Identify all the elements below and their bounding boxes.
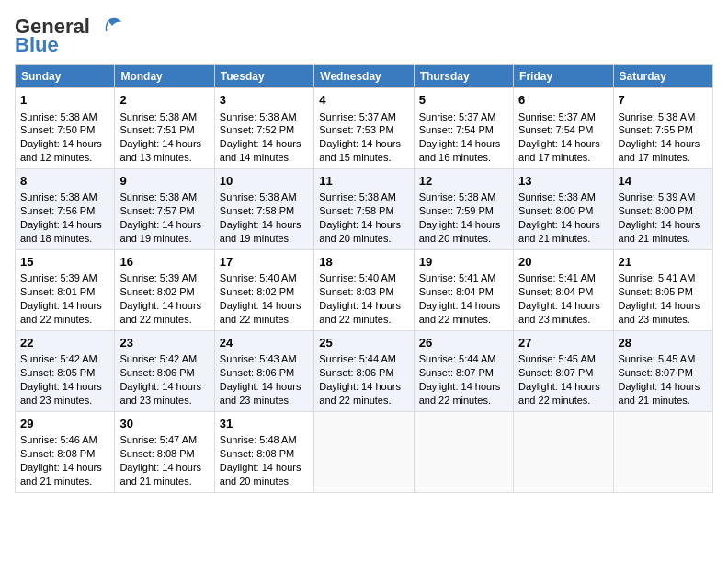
calendar-cell — [613, 411, 712, 492]
day-number: 21 — [619, 254, 708, 270]
sunset-text: Sunset: 7:50 PM — [20, 124, 95, 135]
logo: General Blue — [15, 15, 121, 57]
daylight-label: Daylight: 14 hours — [20, 138, 102, 149]
daylight-minutes: and 16 minutes. — [419, 152, 491, 163]
calendar-cell: 16 Sunrise: 5:39 AM Sunset: 8:02 PM Dayl… — [115, 249, 214, 330]
week-row-1: 1 Sunrise: 5:38 AM Sunset: 7:50 PM Dayli… — [16, 88, 713, 169]
sunrise-text: Sunrise: 5:48 AM — [220, 434, 297, 445]
daylight-label: Daylight: 14 hours — [419, 219, 501, 230]
daylight-minutes: and 20 minutes. — [220, 476, 291, 487]
day-number: 5 — [419, 92, 508, 109]
sunset-text: Sunset: 8:05 PM — [20, 367, 95, 378]
sunset-text: Sunset: 8:07 PM — [518, 367, 593, 378]
calendar-cell: 30 Sunrise: 5:47 AM Sunset: 8:08 PM Dayl… — [115, 411, 214, 492]
daylight-label: Daylight: 14 hours — [20, 381, 102, 392]
calendar-cell: 1 Sunrise: 5:38 AM Sunset: 7:50 PM Dayli… — [16, 88, 115, 169]
daylight-label: Daylight: 14 hours — [220, 219, 301, 230]
calendar-cell: 11 Sunrise: 5:38 AM Sunset: 7:58 PM Dayl… — [314, 168, 414, 249]
sunrise-text: Sunrise: 5:40 AM — [319, 272, 396, 283]
sunrise-text: Sunrise: 5:41 AM — [619, 272, 696, 283]
sunset-text: Sunset: 7:52 PM — [220, 124, 294, 135]
daylight-minutes: and 14 minutes. — [220, 152, 291, 163]
sunrise-text: Sunrise: 5:42 AM — [119, 353, 197, 364]
daylight-label: Daylight: 14 hours — [518, 219, 600, 230]
calendar-cell: 17 Sunrise: 5:40 AM Sunset: 8:02 PM Dayl… — [214, 249, 313, 330]
sunrise-text: Sunrise: 5:38 AM — [220, 191, 297, 202]
calendar-cell: 6 Sunrise: 5:37 AM Sunset: 7:54 PM Dayli… — [514, 88, 613, 169]
daylight-minutes: and 13 minutes. — [119, 152, 191, 163]
day-number: 16 — [119, 254, 209, 270]
sunrise-text: Sunrise: 5:37 AM — [518, 111, 596, 122]
calendar-cell: 14 Sunrise: 5:39 AM Sunset: 8:00 PM Dayl… — [613, 168, 712, 249]
daylight-minutes: and 23 minutes. — [518, 314, 590, 325]
day-number: 14 — [619, 173, 708, 190]
daylight-label: Daylight: 14 hours — [619, 219, 700, 230]
daylight-minutes: and 22 minutes. — [319, 395, 391, 406]
day-number: 20 — [518, 254, 608, 270]
weekday-header-wednesday: Wednesday — [314, 65, 414, 88]
daylight-minutes: and 17 minutes. — [619, 152, 690, 163]
sunrise-text: Sunrise: 5:39 AM — [20, 272, 97, 283]
day-number: 3 — [220, 92, 309, 109]
calendar-cell: 26 Sunrise: 5:44 AM Sunset: 8:07 PM Dayl… — [414, 330, 513, 411]
day-number: 28 — [619, 335, 708, 351]
sunset-text: Sunset: 8:03 PM — [319, 286, 393, 297]
sunset-text: Sunset: 8:01 PM — [20, 286, 95, 297]
sunrise-text: Sunrise: 5:41 AM — [518, 272, 596, 283]
sunset-text: Sunset: 7:58 PM — [220, 205, 294, 216]
sunrise-text: Sunrise: 5:37 AM — [419, 111, 496, 122]
sunrise-text: Sunrise: 5:39 AM — [619, 191, 696, 202]
sunset-text: Sunset: 7:53 PM — [319, 124, 393, 135]
day-number: 10 — [220, 173, 309, 190]
calendar-cell: 3 Sunrise: 5:38 AM Sunset: 7:52 PM Dayli… — [214, 88, 313, 169]
sunrise-text: Sunrise: 5:39 AM — [119, 272, 197, 283]
daylight-label: Daylight: 14 hours — [518, 300, 600, 311]
calendar-cell: 4 Sunrise: 5:37 AM Sunset: 7:53 PM Dayli… — [314, 88, 414, 169]
calendar-table: SundayMondayTuesdayWednesdayThursdayFrid… — [15, 64, 713, 493]
day-number: 8 — [20, 173, 109, 190]
calendar-cell: 22 Sunrise: 5:42 AM Sunset: 8:05 PM Dayl… — [16, 330, 115, 411]
calendar-cell: 7 Sunrise: 5:38 AM Sunset: 7:55 PM Dayli… — [613, 88, 712, 169]
sunset-text: Sunset: 7:51 PM — [119, 124, 194, 135]
sunrise-text: Sunrise: 5:38 AM — [20, 111, 97, 122]
daylight-minutes: and 23 minutes. — [619, 314, 690, 325]
daylight-label: Daylight: 14 hours — [619, 381, 700, 392]
weekday-header-sunday: Sunday — [16, 65, 115, 88]
sunset-text: Sunset: 8:05 PM — [619, 286, 693, 297]
daylight-label: Daylight: 14 hours — [220, 300, 301, 311]
daylight-minutes: and 21 minutes. — [619, 395, 690, 406]
calendar-cell: 21 Sunrise: 5:41 AM Sunset: 8:05 PM Dayl… — [613, 249, 712, 330]
calendar-cell — [314, 411, 414, 492]
sunset-text: Sunset: 8:06 PM — [119, 367, 194, 378]
daylight-minutes: and 17 minutes. — [518, 152, 590, 163]
sunset-text: Sunset: 7:57 PM — [119, 205, 194, 216]
calendar-cell: 28 Sunrise: 5:45 AM Sunset: 8:07 PM Dayl… — [613, 330, 712, 411]
calendar-cell: 18 Sunrise: 5:40 AM Sunset: 8:03 PM Dayl… — [314, 249, 414, 330]
sunset-text: Sunset: 8:00 PM — [619, 205, 693, 216]
daylight-label: Daylight: 14 hours — [220, 462, 301, 473]
day-number: 9 — [119, 173, 209, 190]
daylight-label: Daylight: 14 hours — [419, 381, 501, 392]
daylight-minutes: and 22 minutes. — [419, 314, 491, 325]
daylight-minutes: and 22 minutes. — [419, 395, 491, 406]
sunrise-text: Sunrise: 5:42 AM — [20, 353, 97, 364]
daylight-label: Daylight: 14 hours — [20, 300, 102, 311]
daylight-label: Daylight: 14 hours — [119, 138, 201, 149]
day-number: 19 — [419, 254, 508, 270]
calendar-cell: 20 Sunrise: 5:41 AM Sunset: 8:04 PM Dayl… — [514, 249, 613, 330]
calendar-cell — [414, 411, 513, 492]
sunset-text: Sunset: 8:07 PM — [619, 367, 693, 378]
sunset-text: Sunset: 8:08 PM — [119, 448, 194, 459]
day-number: 22 — [20, 335, 109, 351]
daylight-label: Daylight: 14 hours — [220, 138, 301, 149]
day-number: 18 — [319, 254, 408, 270]
daylight-minutes: and 22 minutes. — [20, 314, 92, 325]
weekday-header-friday: Friday — [514, 65, 613, 88]
sunset-text: Sunset: 7:58 PM — [319, 205, 393, 216]
daylight-label: Daylight: 14 hours — [20, 462, 102, 473]
daylight-minutes: and 15 minutes. — [319, 152, 391, 163]
calendar-cell: 5 Sunrise: 5:37 AM Sunset: 7:54 PM Dayli… — [414, 88, 513, 169]
day-number: 11 — [319, 173, 408, 190]
daylight-minutes: and 23 minutes. — [220, 395, 291, 406]
sunrise-text: Sunrise: 5:45 AM — [619, 353, 696, 364]
